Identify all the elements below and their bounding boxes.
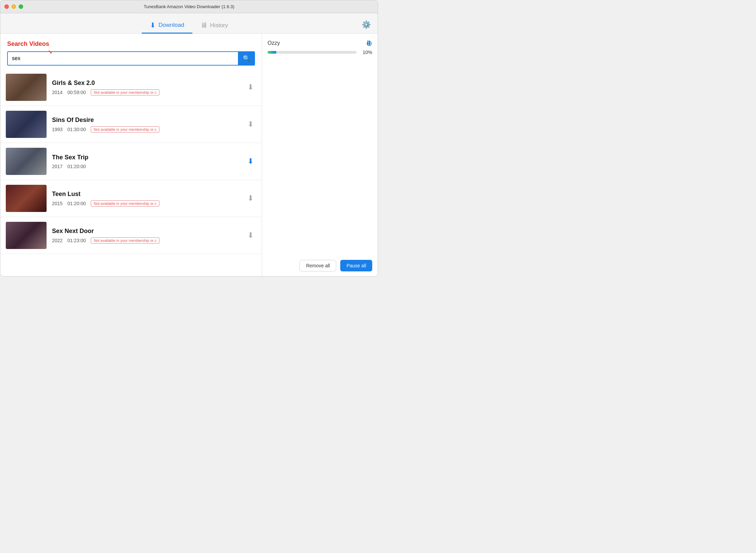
search-icon: 🔍 <box>243 55 250 62</box>
tabs-bar: ⬇ Download 🖥 History ⚙️ <box>0 13 378 34</box>
search-row: 🔍 <box>7 51 255 66</box>
result-year-3: 2015 <box>52 201 63 206</box>
result-info-1: Sins Of Desire199301:30:00Not available … <box>52 117 239 132</box>
result-meta-0: 201400:59:00Not available in your member… <box>52 89 239 95</box>
download-button-2[interactable]: ⬇ <box>245 156 256 167</box>
right-panel: ⊕ Ozzy ⏸ 10% Remove all Pause all <box>262 34 378 276</box>
result-meta-1: 199301:30:00Not available in your member… <box>52 126 239 132</box>
bottom-buttons: Remove all Pause all <box>299 260 372 271</box>
traffic-lights <box>4 4 23 9</box>
download-button-1[interactable]: ⬇ <box>245 119 256 130</box>
remove-all-button[interactable]: Remove all <box>299 260 336 271</box>
result-meta-3: 201501:20:00Not available in your member… <box>52 200 239 207</box>
result-meta-4: 202201:23:00Not available in your member… <box>52 237 239 244</box>
download-button-3[interactable]: ⬇ <box>245 193 256 204</box>
result-info-4: Sex Next Door202201:23:00Not available i… <box>52 228 239 244</box>
progress-percent: 10% <box>360 50 372 55</box>
result-info-3: Teen Lust201501:20:00Not available in yo… <box>52 191 239 207</box>
search-input[interactable] <box>7 51 238 66</box>
result-year-2: 2017 <box>52 164 63 169</box>
settings-icon[interactable]: ⚙️ <box>362 20 371 29</box>
not-available-badge-0: Not available in your membership or c <box>91 89 160 95</box>
title-bar: TunesBank Amazon Video Downloader (1.6.3… <box>0 0 378 13</box>
result-year-0: 2014 <box>52 90 63 95</box>
result-thumb-2 <box>6 148 47 175</box>
result-title-4: Sex Next Door <box>52 228 239 235</box>
download-button-0[interactable]: ⬇ <box>245 82 256 93</box>
download-item-name: Ozzy <box>268 40 280 46</box>
result-title-0: Girls & Sex 2.0 <box>52 79 239 87</box>
tab-history[interactable]: 🖥 History <box>192 18 236 34</box>
search-button[interactable]: 🔍 <box>238 51 255 66</box>
not-available-badge-3: Not available in your membership or c <box>91 200 160 207</box>
result-thumb-4 <box>6 222 47 249</box>
download-item: Ozzy ⏸ 10% <box>268 39 372 55</box>
download-item-header: Ozzy ⏸ <box>268 39 372 47</box>
tab-download[interactable]: ⬇ Download <box>142 18 192 34</box>
result-duration-4: 01:23:00 <box>67 238 86 243</box>
progress-bar <box>268 51 357 54</box>
not-available-badge-1: Not available in your membership or c <box>91 126 160 132</box>
main-content: Search Videos ➘ 🔍 Girls & Sex 2.0201400:… <box>0 34 378 276</box>
result-thumb-3 <box>6 185 47 212</box>
download-tab-label: Download <box>158 22 184 29</box>
result-duration-2: 01:20:00 <box>67 164 86 169</box>
result-item-1: Sins Of Desire199301:30:00Not available … <box>0 106 262 143</box>
result-item-0: Girls & Sex 2.0201400:59:00Not available… <box>0 69 262 106</box>
download-tab-icon: ⬇ <box>150 21 156 29</box>
maximize-button[interactable] <box>19 4 23 9</box>
results-list: Girls & Sex 2.0201400:59:00Not available… <box>0 69 262 254</box>
result-title-3: Teen Lust <box>52 191 239 198</box>
search-area: Search Videos ➘ 🔍 <box>0 34 262 69</box>
result-thumb-0 <box>6 74 47 101</box>
result-title-2: The Sex Trip <box>52 154 239 161</box>
window-title: TunesBank Amazon Video Downloader (1.6.3… <box>144 4 235 9</box>
result-info-0: Girls & Sex 2.0201400:59:00Not available… <box>52 79 239 95</box>
pause-all-button[interactable]: Pause all <box>340 260 372 271</box>
result-item-2: The Sex Trip201701:20:00⬇ <box>0 143 262 180</box>
search-videos-label: Search Videos <box>7 40 49 48</box>
search-arrow: ➘ <box>48 49 52 55</box>
close-button[interactable] <box>4 4 9 9</box>
result-info-2: The Sex Trip201701:20:00 <box>52 154 239 169</box>
result-thumb-1 <box>6 111 47 138</box>
result-title-1: Sins Of Desire <box>52 117 239 124</box>
result-duration-1: 01:30:00 <box>67 127 86 132</box>
download-button-4[interactable]: ⬇ <box>245 230 256 241</box>
result-item-3: Teen Lust201501:20:00Not available in yo… <box>0 180 262 217</box>
history-tab-label: History <box>210 22 228 29</box>
result-meta-2: 201701:20:00 <box>52 164 239 169</box>
not-available-badge-4: Not available in your membership or c <box>91 237 160 244</box>
result-duration-0: 00:59:00 <box>67 90 86 95</box>
progress-fill <box>268 51 276 54</box>
progress-row: 10% <box>268 50 372 55</box>
result-year-1: 1993 <box>52 127 63 132</box>
refresh-icon[interactable]: ⊕ <box>366 39 372 48</box>
history-tab-icon: 🖥 <box>201 21 207 29</box>
result-item-4: Sex Next Door202201:23:00Not available i… <box>0 217 262 254</box>
result-duration-3: 01:20:00 <box>67 201 86 206</box>
minimize-button[interactable] <box>12 4 16 9</box>
left-panel: Search Videos ➘ 🔍 Girls & Sex 2.0201400:… <box>0 34 262 276</box>
result-year-4: 2022 <box>52 238 63 243</box>
